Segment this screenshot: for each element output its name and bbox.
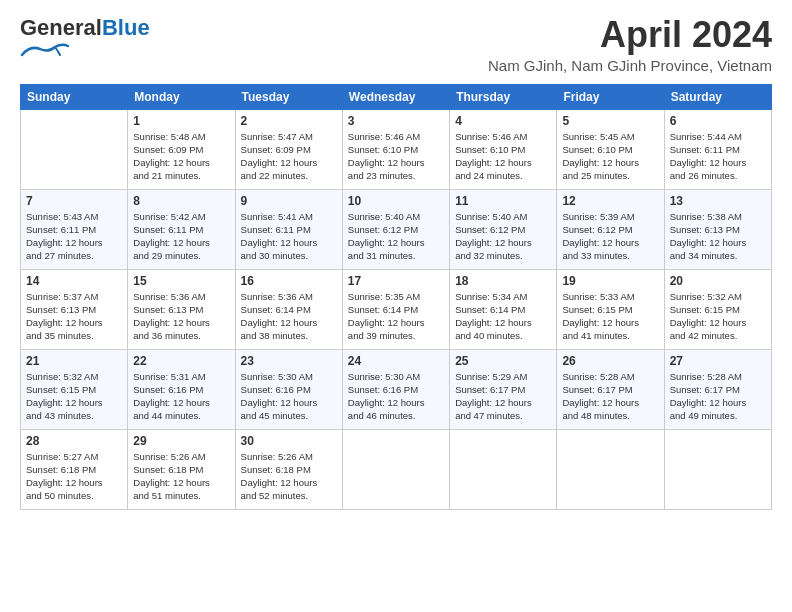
calendar-cell <box>342 429 449 509</box>
calendar-cell: 11Sunrise: 5:40 AM Sunset: 6:12 PM Dayli… <box>450 189 557 269</box>
day-number: 17 <box>348 274 444 288</box>
calendar-cell: 30Sunrise: 5:26 AM Sunset: 6:18 PM Dayli… <box>235 429 342 509</box>
day-info: Sunrise: 5:33 AM Sunset: 6:15 PM Dayligh… <box>562 290 658 343</box>
calendar-cell: 22Sunrise: 5:31 AM Sunset: 6:16 PM Dayli… <box>128 349 235 429</box>
logo: GeneralBlue <box>20 15 150 63</box>
calendar-cell: 8Sunrise: 5:42 AM Sunset: 6:11 PM Daylig… <box>128 189 235 269</box>
day-info: Sunrise: 5:48 AM Sunset: 6:09 PM Dayligh… <box>133 130 229 183</box>
calendar-table: SundayMondayTuesdayWednesdayThursdayFrid… <box>20 84 772 510</box>
day-info: Sunrise: 5:47 AM Sunset: 6:09 PM Dayligh… <box>241 130 337 183</box>
week-row-4: 21Sunrise: 5:32 AM Sunset: 6:15 PM Dayli… <box>21 349 772 429</box>
day-number: 11 <box>455 194 551 208</box>
calendar-cell: 23Sunrise: 5:30 AM Sunset: 6:16 PM Dayli… <box>235 349 342 429</box>
day-number: 29 <box>133 434 229 448</box>
calendar-cell <box>450 429 557 509</box>
calendar-cell: 24Sunrise: 5:30 AM Sunset: 6:16 PM Dayli… <box>342 349 449 429</box>
calendar-cell: 5Sunrise: 5:45 AM Sunset: 6:10 PM Daylig… <box>557 109 664 189</box>
day-number: 2 <box>241 114 337 128</box>
calendar-cell: 26Sunrise: 5:28 AM Sunset: 6:17 PM Dayli… <box>557 349 664 429</box>
day-info: Sunrise: 5:42 AM Sunset: 6:11 PM Dayligh… <box>133 210 229 263</box>
day-info: Sunrise: 5:32 AM Sunset: 6:15 PM Dayligh… <box>26 370 122 423</box>
weekday-header-sunday: Sunday <box>21 84 128 109</box>
calendar-cell: 19Sunrise: 5:33 AM Sunset: 6:15 PM Dayli… <box>557 269 664 349</box>
day-info: Sunrise: 5:29 AM Sunset: 6:17 PM Dayligh… <box>455 370 551 423</box>
day-info: Sunrise: 5:44 AM Sunset: 6:11 PM Dayligh… <box>670 130 766 183</box>
day-info: Sunrise: 5:28 AM Sunset: 6:17 PM Dayligh… <box>562 370 658 423</box>
day-info: Sunrise: 5:46 AM Sunset: 6:10 PM Dayligh… <box>455 130 551 183</box>
title-area: April 2024 Nam GJinh, Nam GJinh Province… <box>488 15 772 74</box>
weekday-header-wednesday: Wednesday <box>342 84 449 109</box>
day-number: 4 <box>455 114 551 128</box>
day-info: Sunrise: 5:38 AM Sunset: 6:13 PM Dayligh… <box>670 210 766 263</box>
calendar-cell <box>21 109 128 189</box>
day-info: Sunrise: 5:36 AM Sunset: 6:13 PM Dayligh… <box>133 290 229 343</box>
day-number: 16 <box>241 274 337 288</box>
day-number: 14 <box>26 274 122 288</box>
weekday-header-monday: Monday <box>128 84 235 109</box>
logo-blue: Blue <box>102 15 150 40</box>
day-number: 30 <box>241 434 337 448</box>
calendar-cell: 4Sunrise: 5:46 AM Sunset: 6:10 PM Daylig… <box>450 109 557 189</box>
day-number: 23 <box>241 354 337 368</box>
logo-general: General <box>20 15 102 40</box>
weekday-header-thursday: Thursday <box>450 84 557 109</box>
day-info: Sunrise: 5:34 AM Sunset: 6:14 PM Dayligh… <box>455 290 551 343</box>
calendar-cell <box>664 429 771 509</box>
month-title: April 2024 <box>488 15 772 55</box>
weekday-header-saturday: Saturday <box>664 84 771 109</box>
day-info: Sunrise: 5:30 AM Sunset: 6:16 PM Dayligh… <box>348 370 444 423</box>
day-info: Sunrise: 5:30 AM Sunset: 6:16 PM Dayligh… <box>241 370 337 423</box>
calendar-cell: 27Sunrise: 5:28 AM Sunset: 6:17 PM Dayli… <box>664 349 771 429</box>
calendar-cell: 10Sunrise: 5:40 AM Sunset: 6:12 PM Dayli… <box>342 189 449 269</box>
day-number: 24 <box>348 354 444 368</box>
day-number: 28 <box>26 434 122 448</box>
day-number: 21 <box>26 354 122 368</box>
day-number: 12 <box>562 194 658 208</box>
calendar-cell: 9Sunrise: 5:41 AM Sunset: 6:11 PM Daylig… <box>235 189 342 269</box>
day-info: Sunrise: 5:41 AM Sunset: 6:11 PM Dayligh… <box>241 210 337 263</box>
calendar-cell: 6Sunrise: 5:44 AM Sunset: 6:11 PM Daylig… <box>664 109 771 189</box>
day-info: Sunrise: 5:45 AM Sunset: 6:10 PM Dayligh… <box>562 130 658 183</box>
logo-bird-icon <box>20 43 70 59</box>
calendar-cell <box>557 429 664 509</box>
calendar-cell: 17Sunrise: 5:35 AM Sunset: 6:14 PM Dayli… <box>342 269 449 349</box>
weekday-header-tuesday: Tuesday <box>235 84 342 109</box>
day-info: Sunrise: 5:26 AM Sunset: 6:18 PM Dayligh… <box>133 450 229 503</box>
week-row-2: 7Sunrise: 5:43 AM Sunset: 6:11 PM Daylig… <box>21 189 772 269</box>
day-number: 5 <box>562 114 658 128</box>
calendar-cell: 1Sunrise: 5:48 AM Sunset: 6:09 PM Daylig… <box>128 109 235 189</box>
day-number: 6 <box>670 114 766 128</box>
week-row-5: 28Sunrise: 5:27 AM Sunset: 6:18 PM Dayli… <box>21 429 772 509</box>
day-info: Sunrise: 5:40 AM Sunset: 6:12 PM Dayligh… <box>348 210 444 263</box>
day-number: 20 <box>670 274 766 288</box>
day-info: Sunrise: 5:28 AM Sunset: 6:17 PM Dayligh… <box>670 370 766 423</box>
location-title: Nam GJinh, Nam GJinh Province, Vietnam <box>488 57 772 74</box>
weekday-header-row: SundayMondayTuesdayWednesdayThursdayFrid… <box>21 84 772 109</box>
calendar-cell: 3Sunrise: 5:46 AM Sunset: 6:10 PM Daylig… <box>342 109 449 189</box>
day-number: 18 <box>455 274 551 288</box>
week-row-1: 1Sunrise: 5:48 AM Sunset: 6:09 PM Daylig… <box>21 109 772 189</box>
calendar-cell: 16Sunrise: 5:36 AM Sunset: 6:14 PM Dayli… <box>235 269 342 349</box>
calendar-cell: 20Sunrise: 5:32 AM Sunset: 6:15 PM Dayli… <box>664 269 771 349</box>
day-info: Sunrise: 5:27 AM Sunset: 6:18 PM Dayligh… <box>26 450 122 503</box>
day-info: Sunrise: 5:39 AM Sunset: 6:12 PM Dayligh… <box>562 210 658 263</box>
day-number: 15 <box>133 274 229 288</box>
day-info: Sunrise: 5:35 AM Sunset: 6:14 PM Dayligh… <box>348 290 444 343</box>
day-info: Sunrise: 5:32 AM Sunset: 6:15 PM Dayligh… <box>670 290 766 343</box>
day-info: Sunrise: 5:26 AM Sunset: 6:18 PM Dayligh… <box>241 450 337 503</box>
calendar-cell: 14Sunrise: 5:37 AM Sunset: 6:13 PM Dayli… <box>21 269 128 349</box>
calendar-cell: 13Sunrise: 5:38 AM Sunset: 6:13 PM Dayli… <box>664 189 771 269</box>
logo-text: GeneralBlue <box>20 15 150 41</box>
calendar-cell: 18Sunrise: 5:34 AM Sunset: 6:14 PM Dayli… <box>450 269 557 349</box>
day-info: Sunrise: 5:46 AM Sunset: 6:10 PM Dayligh… <box>348 130 444 183</box>
week-row-3: 14Sunrise: 5:37 AM Sunset: 6:13 PM Dayli… <box>21 269 772 349</box>
day-info: Sunrise: 5:40 AM Sunset: 6:12 PM Dayligh… <box>455 210 551 263</box>
day-number: 27 <box>670 354 766 368</box>
day-number: 1 <box>133 114 229 128</box>
day-info: Sunrise: 5:36 AM Sunset: 6:14 PM Dayligh… <box>241 290 337 343</box>
calendar-cell: 15Sunrise: 5:36 AM Sunset: 6:13 PM Dayli… <box>128 269 235 349</box>
day-number: 22 <box>133 354 229 368</box>
calendar-cell: 29Sunrise: 5:26 AM Sunset: 6:18 PM Dayli… <box>128 429 235 509</box>
calendar-cell: 25Sunrise: 5:29 AM Sunset: 6:17 PM Dayli… <box>450 349 557 429</box>
day-number: 26 <box>562 354 658 368</box>
